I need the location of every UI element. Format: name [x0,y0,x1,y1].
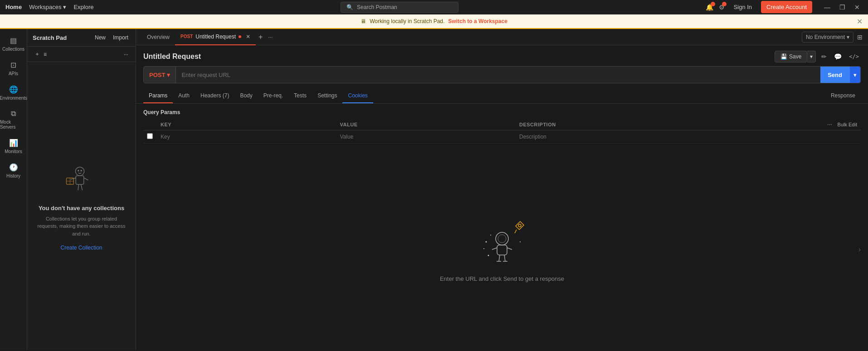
request-title: Untitled Request [143,53,201,61]
sidebar-item-monitors[interactable]: 📊 Monitors [0,135,27,158]
row-check[interactable] [143,130,157,144]
sidebar-item-mock-servers[interactable]: ⧉ Mock Servers [0,106,27,133]
code-snippet-button[interactable]: </> [847,52,861,62]
svg-point-2 [80,170,82,171]
tab-settings[interactable]: Settings [312,89,342,103]
value-input[interactable] [340,134,512,140]
url-input[interactable] [176,72,820,78]
params-table: KEY VALUE DESCRIPTION ··· Bulk Edit [143,119,861,144]
save-button-group: 💾 Save ▾ [775,51,816,63]
sidebar-item-history[interactable]: 🕐 History [0,159,27,182]
scratch-pad-body: You don't have any collections Collectio… [27,62,136,350]
method-label: POST [149,72,165,78]
scratch-pad-header: Scratch Pad New Import [27,29,136,47]
notifications-icon[interactable]: 🔔 [706,4,713,11]
create-account-button[interactable]: Create Account [761,1,812,13]
edit-icon[interactable]: ✏ [819,51,829,62]
svg-line-18 [504,255,505,261]
search-box[interactable]: 🔍 Search Postman [341,2,458,13]
banner-text: Working locally in Scratch Pad. [370,18,444,24]
no-collections-illustration [59,161,104,197]
table-row [143,130,861,144]
col-actions-header: ··· Bulk Edit [815,119,861,130]
scratch-pad-panel: Scratch Pad New Import ＋ ≡ ··· [27,29,136,350]
response-illustration [475,217,529,268]
description-input[interactable] [519,134,812,140]
svg-rect-14 [497,245,507,255]
home-nav[interactable]: Home [5,4,22,10]
switch-workspace-link[interactable]: Switch to a Workspace [448,18,507,24]
svg-point-12 [496,232,508,245]
row-key[interactable] [157,130,336,144]
no-collections-title: You don't have any collections [39,205,124,212]
app-body: ▤ Collections ⊡ APIs 🌐 Environments ⧉ Mo… [0,29,868,350]
method-chevron-icon: ▾ [167,72,170,78]
explore-nav[interactable]: Explore [73,4,93,10]
send-dropdown-button[interactable]: ▾ [849,67,860,83]
tab-tests[interactable]: Tests [288,89,312,103]
settings-icon[interactable]: ⚙ [719,4,725,11]
banner: 🖥 Working locally in Scratch Pad. Switch… [0,14,868,29]
create-collection-link[interactable]: Create Collection [60,245,102,251]
window-controls: — ❐ ✕ [821,3,863,12]
new-button[interactable]: New [93,34,107,42]
environment-selector[interactable]: No Environment ▾ [802,32,853,43]
import-button[interactable]: Import [111,34,130,42]
method-selector[interactable]: POST ▾ [144,67,176,83]
grid-view-icon[interactable]: ⊞ [857,34,863,41]
sidebar-item-apis[interactable]: ⊡ APIs [0,57,27,80]
signin-button[interactable]: Sign In [730,2,756,12]
send-button[interactable]: Send [820,67,849,83]
tab-response[interactable]: Response [825,89,861,103]
tab-headers[interactable]: Headers (7) [195,89,234,103]
banner-close-button[interactable]: ✕ [857,17,863,26]
save-button[interactable]: 💾 Save [775,51,807,63]
tab-bar: Overview POST Untitled Request ✕ + ··· N… [136,29,868,45]
tab-prereq[interactable]: Pre-req. [258,89,288,103]
sidebar-item-environments[interactable]: 🌐 Environments [0,82,27,104]
response-area: Enter the URL and click Send to get a re… [136,149,868,350]
titlebar-search: 🔍 Search Postman [101,2,698,13]
workspaces-nav[interactable]: Workspaces ▾ [29,4,66,10]
url-bar: POST ▾ Send ▾ [143,66,861,83]
tab-more-button[interactable]: ··· [265,34,275,40]
apis-label: APIs [9,71,18,76]
tab-params[interactable]: Params [143,89,173,103]
row-description[interactable] [516,130,815,144]
monitors-label: Monitors [5,149,22,154]
tab-add-button[interactable]: + [256,33,265,41]
tab-auth[interactable]: Auth [173,89,195,103]
more-options-button[interactable]: ··· [122,50,130,58]
save-dropdown-button[interactable]: ▾ [807,51,816,63]
svg-point-22 [488,255,489,256]
tab-body[interactable]: Body [234,89,258,103]
more-icon[interactable]: ··· [827,122,832,127]
tab-overview[interactable]: Overview [141,30,175,44]
tab-cookies[interactable]: Cookies [342,89,373,103]
close-button[interactable]: ✕ [852,3,863,12]
tab-active-request[interactable]: POST Untitled Request ✕ [175,29,256,45]
titlebar-menu: Home Workspaces ▾ Explore [5,4,94,10]
tab-method: POST [180,34,193,39]
col-key-header: KEY [157,119,336,130]
environments-label: Environments [0,96,27,101]
sidebar-item-collections[interactable]: ▤ Collections [0,33,27,55]
tab-close-icon[interactable]: ✕ [246,34,250,40]
row-value[interactable] [336,130,516,144]
history-label: History [6,173,20,178]
add-item-button[interactable]: ＋ [33,49,42,59]
comment-icon[interactable]: 💬 [832,51,844,62]
row-checkbox[interactable] [147,133,153,139]
minimize-button[interactable]: — [821,3,833,12]
response-panel-chevron[interactable]: › [858,245,861,254]
scratch-pad-title: Scratch Pad [33,34,67,41]
key-input[interactable] [161,134,333,140]
maximize-button[interactable]: ❐ [837,3,848,12]
bulk-edit-button[interactable]: Bulk Edit [838,122,857,127]
save-icon: 💾 [780,53,787,60]
sidebar-icons: ▤ Collections ⊡ APIs 🌐 Environments ⧉ Mo… [0,29,27,350]
svg-line-17 [499,255,500,261]
settings-badge [722,2,727,6]
col-value-header: VALUE [336,119,516,130]
filter-button[interactable]: ≡ [42,50,49,58]
